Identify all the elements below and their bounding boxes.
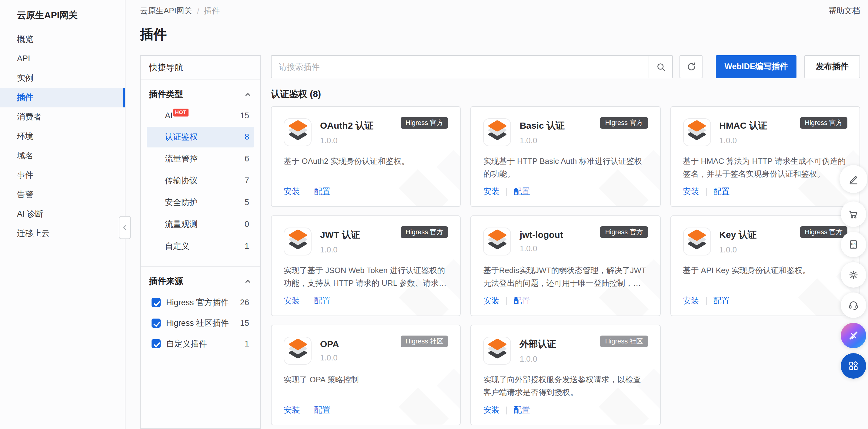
plugin-type-section: 插件类型 AIHOT 15 认证鉴权 8 流量管控 6 传输协议 7 安全防护 …: [141, 80, 260, 264]
plugin-badge: Higress 官方: [600, 117, 648, 128]
category-section-title: 认证鉴权 (8): [271, 89, 860, 100]
plugin-card: Higress 官方 Key 认证 1.0.0 基于 API Key 实现身份认…: [670, 216, 860, 316]
plugin-list-column: WebIDE编写插件 发布插件 认证鉴权 (8) Higress 官方 OAut…: [271, 55, 860, 429]
plugin-type-item[interactable]: 安全防护 5: [147, 192, 254, 213]
install-link[interactable]: 安装: [484, 405, 500, 416]
sidebar-collapse-button[interactable]: [119, 216, 131, 239]
plugin-actions: 安装 配置: [484, 295, 530, 307]
checkbox[interactable]: [152, 319, 161, 328]
install-link[interactable]: 安装: [484, 186, 500, 197]
plugin-type-item[interactable]: 传输协议 7: [147, 170, 254, 191]
install-link[interactable]: 安装: [284, 295, 300, 307]
plugin-cards-grid: Higress 官方 OAuth2 认证 1.0.0 基于 OAuth2 实现身…: [271, 106, 860, 425]
pencil-icon[interactable]: [839, 165, 867, 193]
configure-link[interactable]: 配置: [514, 405, 530, 416]
plugin-description: 实现了向外部授权服务发送鉴权请求，以检查客户端请求是否得到授权。: [484, 373, 648, 399]
sidebar-item[interactable]: 插件: [0, 88, 125, 107]
breadcrumb-root[interactable]: 云原生API网关: [140, 5, 192, 17]
plugin-card: Higress 官方 jwt-logout 1.0.0 基于Redis实现JWT…: [471, 216, 661, 316]
checkbox[interactable]: [152, 298, 161, 307]
configure-link[interactable]: 配置: [514, 186, 530, 197]
cart-icon[interactable]: [841, 201, 866, 227]
sidebar-item[interactable]: 消费者: [0, 107, 125, 127]
plugin-version: 1.0.0: [320, 245, 360, 254]
plugin-title: OPA: [320, 339, 339, 349]
sidebar-item-label: 告警: [17, 190, 33, 199]
webide-write-plugin-button[interactable]: WebIDE编写插件: [716, 55, 797, 78]
headset-icon[interactable]: [841, 292, 866, 318]
plugin-description: 基于 OAuth2 实现身份认证和鉴权。: [284, 155, 448, 168]
plugin-badge: Higress 社区: [401, 336, 448, 347]
plugin-source-item[interactable]: 自定义插件 1: [147, 334, 254, 353]
configure-link[interactable]: 配置: [514, 295, 530, 307]
configure-link[interactable]: 配置: [314, 295, 330, 307]
install-link[interactable]: 安装: [284, 186, 300, 197]
plugin-type-item[interactable]: 流量管控 6: [147, 148, 254, 169]
plugin-source-item[interactable]: Higress 官方插件 26: [147, 293, 254, 312]
sidebar-item[interactable]: 概览: [0, 30, 125, 49]
product-title: 云原生API网关: [0, 0, 125, 21]
plugin-source-count: 1: [245, 339, 249, 348]
configure-link[interactable]: 配置: [314, 405, 330, 416]
sidebar-item[interactable]: 告警: [0, 185, 125, 204]
install-link[interactable]: 安装: [484, 295, 500, 307]
plugin-type-count: 0: [245, 220, 249, 229]
plugin-logo-icon: [484, 228, 511, 255]
configure-link[interactable]: 配置: [314, 186, 330, 197]
search-button[interactable]: [649, 56, 672, 78]
gear-icon[interactable]: [841, 262, 866, 288]
configure-link[interactable]: 配置: [713, 186, 730, 197]
plugin-type-item[interactable]: 流量观测 0: [147, 214, 254, 234]
sidebar-item[interactable]: 事件: [0, 166, 125, 185]
chevron-up-icon: [244, 91, 252, 98]
plugin-logo-icon: [484, 337, 511, 365]
plugin-title: 外部认证: [520, 339, 556, 350]
plugin-type-label: 流量观测: [165, 219, 197, 230]
actions-divider: [506, 188, 507, 196]
sidebar-item-label: 概览: [17, 35, 33, 44]
plugin-source-section-header[interactable]: 插件来源: [141, 269, 260, 291]
plugin-description: 基于 HMAC 算法为 HTTP 请求生成不可伪造的签名，并基于签名实现身份认证…: [683, 155, 847, 180]
plugin-actions: 安装 配置: [284, 405, 330, 416]
plugin-type-item[interactable]: AIHOT 15: [147, 106, 254, 125]
plugin-badge: Higress 官方: [401, 226, 448, 238]
ai-assistant-icon[interactable]: [841, 323, 866, 348]
app-window: 云原生API网关 概览 API 实例 插件 消费者 环境 域名 事件 告警 AI…: [0, 0, 868, 429]
install-link[interactable]: 安装: [683, 186, 699, 197]
sidebar-item[interactable]: 实例: [0, 68, 125, 88]
sidebar-item[interactable]: API: [0, 49, 125, 68]
sidebar-item[interactable]: 域名: [0, 146, 125, 166]
plugin-version: 1.0.0: [520, 136, 565, 145]
mobile-app-icon[interactable]: APP: [841, 232, 866, 257]
plugin-type-item[interactable]: 认证鉴权 8: [147, 126, 254, 147]
sidebar-item-label: 域名: [17, 151, 33, 160]
refresh-button[interactable]: [680, 55, 703, 78]
publish-plugin-button[interactable]: 发布插件: [804, 55, 860, 78]
plugin-actions: 安装 配置: [683, 186, 730, 197]
plugin-version: 1.0.0: [520, 244, 563, 253]
plugin-title: Basic 认证: [520, 120, 565, 132]
sidebar-item[interactable]: 环境: [0, 127, 125, 146]
plugin-description: 实现基于 HTTP Basic Auth 标准进行认证鉴权的功能。: [484, 155, 648, 180]
checkbox[interactable]: [152, 339, 161, 348]
plugin-type-count: 8: [245, 132, 249, 141]
plugin-description: 实现了 OPA 策略控制: [284, 373, 448, 386]
app-grid-icon[interactable]: [841, 353, 866, 379]
help-doc-link[interactable]: 帮助文档: [829, 5, 860, 17]
plugin-source-count: 15: [240, 319, 249, 328]
sidebar-item[interactable]: AI 诊断: [0, 204, 125, 224]
page-title: 插件: [140, 26, 860, 43]
quick-nav-panel: 快捷导航 插件类型 AIHOT 15 认证鉴权 8 流量管控 6 传输协议 7 …: [140, 55, 261, 429]
plugin-type-section-header[interactable]: 插件类型: [141, 83, 260, 105]
plugin-source-item[interactable]: Higress 社区插件 15: [147, 313, 254, 333]
plugin-badge: Higress 官方: [401, 117, 448, 128]
sidebar-item-label: 环境: [17, 132, 33, 141]
plugin-card: Higress 官方 HMAC 认证 1.0.0 基于 HMAC 算法为 HTT…: [670, 106, 860, 207]
install-link[interactable]: 安装: [284, 405, 300, 416]
install-link[interactable]: 安装: [683, 295, 699, 307]
configure-link[interactable]: 配置: [713, 295, 730, 307]
search-input[interactable]: [272, 56, 649, 78]
sidebar-item[interactable]: 迁移上云: [0, 224, 125, 243]
plugin-type-item[interactable]: 自定义 1: [147, 236, 254, 256]
plugin-title: jwt-logout: [520, 229, 563, 240]
